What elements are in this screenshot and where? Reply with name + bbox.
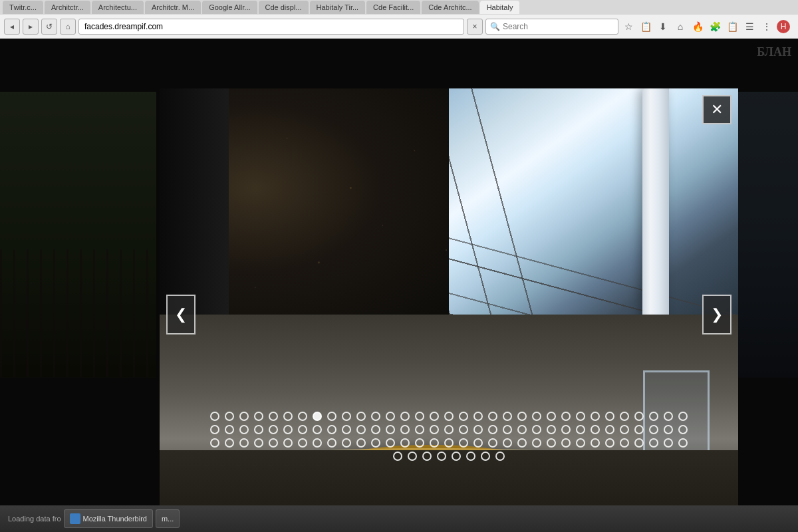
bullet-row2-17[interactable] (459, 425, 468, 434)
bullet-row1-3[interactable] (254, 412, 263, 421)
bullet-row3-9[interactable] (342, 438, 351, 448)
bullet-row3-24[interactable] (561, 438, 571, 448)
bullet-row1-16[interactable] (444, 412, 454, 421)
bullet-row2-25[interactable] (576, 425, 585, 434)
bullet-row2-3[interactable] (254, 425, 263, 434)
bullet-row2-7[interactable] (313, 425, 322, 434)
bullet-row2-13[interactable] (400, 425, 410, 434)
search-input[interactable] (503, 22, 609, 31)
bullet-row1-2[interactable] (239, 412, 249, 421)
bullet-row1-27[interactable] (605, 412, 614, 421)
bullet-row2-28[interactable] (620, 425, 629, 434)
bullet-row1-4[interactable] (269, 412, 278, 421)
more-icon[interactable]: ⋮ (759, 19, 774, 34)
bullet-row3-31[interactable] (664, 438, 673, 448)
bullet-row3-30[interactable] (649, 438, 658, 448)
bullet-row2-12[interactable] (386, 425, 395, 434)
bullet-row1-30[interactable] (649, 412, 658, 421)
bullet-row2-16[interactable] (444, 425, 454, 434)
bullet-row3-8[interactable] (327, 438, 336, 448)
lightbox-next-button[interactable]: ❯ (702, 295, 732, 334)
bullet-row1-31[interactable] (664, 412, 673, 421)
bullet-row2-15[interactable] (430, 425, 439, 434)
taskbar-item-1[interactable]: Mozilla Thunderbird (64, 509, 153, 528)
bullet-row3-7[interactable] (313, 438, 322, 448)
bullet-row4-7[interactable] (495, 452, 505, 461)
bullet-row4-3[interactable] (437, 452, 446, 461)
bullet-row1-0[interactable] (210, 412, 219, 421)
clipboard-icon[interactable]: 📋 (725, 19, 739, 34)
bullet-row1-23[interactable] (547, 412, 556, 421)
tab-2[interactable]: Architctr... (45, 1, 90, 14)
download-icon[interactable]: ⬇ (656, 19, 670, 34)
bullet-row4-0[interactable] (393, 452, 402, 461)
bullet-row1-13[interactable] (400, 412, 410, 421)
bullet-row2-19[interactable] (488, 425, 497, 434)
forward-button[interactable]: ▸ (23, 19, 39, 35)
tab-3[interactable]: Architectu... (92, 1, 144, 14)
bullet-row1-1[interactable] (225, 412, 234, 421)
bullet-row3-20[interactable] (503, 438, 512, 448)
bullet-row2-18[interactable] (473, 425, 483, 434)
bullet-row2-29[interactable] (634, 425, 644, 434)
bullet-row3-15[interactable] (430, 438, 439, 448)
tab-9[interactable]: Cde Architc... (422, 1, 478, 14)
bullet-row2-9[interactable] (342, 425, 351, 434)
bullet-row4-4[interactable] (452, 452, 461, 461)
bullet-row3-5[interactable] (283, 438, 293, 448)
bullet-row1-19[interactable] (488, 412, 497, 421)
bullet-row2-20[interactable] (503, 425, 512, 434)
bullet-row2-26[interactable] (591, 425, 600, 434)
bullet-row2-30[interactable] (649, 425, 658, 434)
bullet-row1-11[interactable] (371, 412, 380, 421)
puzzle-icon[interactable]: 🧩 (708, 19, 722, 34)
bullet-row2-22[interactable] (532, 425, 541, 434)
bullet-row1-20[interactable] (503, 412, 512, 421)
bullet-row3-3[interactable] (254, 438, 263, 448)
star-icon[interactable]: ☆ (621, 19, 636, 34)
bullet-row1-17[interactable] (459, 412, 468, 421)
bullet-row3-13[interactable] (400, 438, 410, 448)
tab-5[interactable]: Google Allr... (202, 1, 257, 14)
bullet-row3-19[interactable] (488, 438, 497, 448)
bullet-row3-2[interactable] (239, 438, 249, 448)
tab-8[interactable]: Cde Facilit... (366, 1, 420, 14)
house-icon[interactable]: ⌂ (673, 19, 688, 34)
bullet-row2-1[interactable] (225, 425, 234, 434)
bullet-row1-32[interactable] (678, 412, 688, 421)
tab-10[interactable]: Habitaly (480, 1, 520, 14)
lightbox-prev-button[interactable]: ❮ (166, 295, 196, 334)
tab-6[interactable]: Cde displ... (259, 1, 309, 14)
bullet-row1-6[interactable] (298, 412, 307, 421)
bullet-row3-32[interactable] (678, 438, 688, 448)
bullet-row4-2[interactable] (422, 452, 432, 461)
bullet-row3-27[interactable] (605, 438, 614, 448)
bullet-row3-11[interactable] (371, 438, 380, 448)
tab-4[interactable]: Architctr. M... (145, 1, 201, 14)
taskbar-item-2[interactable]: m... (156, 509, 180, 528)
bullet-row1-12[interactable] (386, 412, 395, 421)
bullet-row1-22[interactable] (532, 412, 541, 421)
bullet-row1-14[interactable] (415, 412, 424, 421)
bullet-row3-18[interactable] (473, 438, 483, 448)
bullet-row2-11[interactable] (371, 425, 380, 434)
tab-1[interactable]: Тwitr.c... (3, 1, 43, 14)
bullet-row3-1[interactable] (225, 438, 234, 448)
bullet-row2-10[interactable] (356, 425, 366, 434)
bullet-row3-4[interactable] (269, 438, 278, 448)
bullet-row2-5[interactable] (283, 425, 293, 434)
bullet-row4-6[interactable] (481, 452, 490, 461)
bullet-row1-24[interactable] (561, 412, 571, 421)
bullet-row1-10[interactable] (356, 412, 366, 421)
bullet-row3-29[interactable] (634, 438, 644, 448)
bullet-row1-9[interactable] (342, 412, 351, 421)
bullet-row3-12[interactable] (386, 438, 395, 448)
bullet-row3-22[interactable] (532, 438, 541, 448)
address-bar[interactable]: facades.dreampif.com (78, 19, 464, 35)
bullet-row1-28[interactable] (620, 412, 629, 421)
bullet-row3-25[interactable] (576, 438, 585, 448)
home-button[interactable]: ⌂ (60, 19, 76, 35)
shield-icon[interactable]: 🔥 (690, 19, 705, 34)
bullet-row2-23[interactable] (547, 425, 556, 434)
tab-7[interactable]: Habitaly Tir... (310, 1, 366, 14)
